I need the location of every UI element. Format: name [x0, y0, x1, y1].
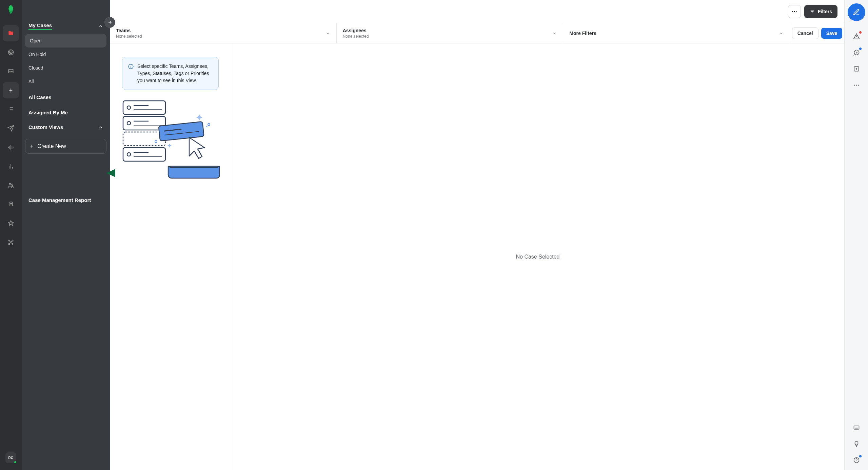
chevron-up-icon — [98, 24, 103, 29]
custom-views-header[interactable]: Custom Views — [22, 119, 110, 134]
nav-item-send[interactable] — [3, 120, 19, 136]
nav-item-analytics[interactable] — [3, 158, 19, 174]
cancel-button[interactable]: Cancel — [792, 27, 818, 39]
alerts-button[interactable] — [849, 29, 864, 43]
save-button[interactable]: Save — [821, 28, 843, 39]
svg-point-6 — [10, 204, 11, 204]
nav-item-inbox[interactable] — [3, 63, 19, 79]
filter-more-label: More Filters — [569, 31, 596, 36]
create-new-label: Create New — [37, 143, 66, 149]
sidebar-item-all-cases[interactable]: All Cases — [22, 88, 110, 104]
info-banner: Select specific Teams, Assignees, Types,… — [122, 57, 219, 90]
chevron-down-icon — [779, 31, 784, 36]
list-pane: Select specific Teams, Assignees, Types,… — [110, 43, 231, 470]
svg-point-37 — [856, 85, 857, 86]
svg-rect-25 — [123, 148, 165, 161]
svg-point-2 — [11, 52, 11, 53]
nav-item-cases[interactable] — [3, 25, 19, 41]
svg-point-7 — [11, 204, 12, 204]
nav-item-list[interactable] — [3, 101, 19, 117]
filter-teams-value: None selected — [116, 34, 142, 39]
filter-icon — [810, 9, 815, 14]
svg-rect-16 — [123, 101, 165, 114]
left-icon-rail: RG — [0, 0, 22, 470]
svg-rect-5 — [9, 202, 13, 206]
sidebar-item-all[interactable]: All — [22, 75, 110, 88]
my-cases-header[interactable]: My Cases — [22, 17, 110, 34]
info-icon — [128, 63, 134, 70]
top-toolbar: Filters — [110, 0, 844, 23]
svg-point-3 — [9, 183, 11, 185]
app-logo[interactable] — [5, 4, 16, 15]
more-apps-button[interactable] — [849, 78, 864, 92]
filter-assignees[interactable]: Assignees None selected — [337, 23, 564, 43]
svg-point-38 — [858, 85, 859, 86]
filter-teams[interactable]: Teams None selected — [110, 23, 337, 43]
sidebar-item-case-report[interactable]: Case Management Report — [22, 191, 110, 206]
nav-item-star[interactable] — [3, 215, 19, 231]
main-area: Filters Teams None selected Assignees No… — [110, 0, 844, 470]
nav-item-pinned[interactable] — [3, 82, 19, 98]
keyboard-shortcuts-button[interactable] — [849, 420, 864, 435]
svg-point-10 — [8, 243, 9, 244]
filter-assignees-value: None selected — [343, 34, 369, 39]
sidebar-item-open[interactable]: Open — [25, 34, 106, 48]
notification-dot — [859, 48, 862, 50]
user-avatar[interactable]: RG — [5, 452, 16, 463]
chevron-down-icon — [552, 31, 557, 36]
svg-point-14 — [796, 11, 797, 12]
chevron-up-icon — [98, 125, 103, 130]
svg-point-4 — [12, 184, 13, 185]
filter-assignees-label: Assignees — [343, 28, 369, 33]
notification-dot — [859, 455, 862, 457]
svg-point-34 — [155, 140, 157, 143]
empty-state-illustration — [121, 100, 220, 182]
create-new-button[interactable]: + Create New — [25, 139, 106, 154]
my-cases-title: My Cases — [28, 22, 52, 30]
no-case-selected-text: No Case Selected — [516, 254, 560, 260]
chevron-down-icon — [326, 31, 330, 36]
content-split: Select specific Teams, Assignees, Types,… — [110, 43, 844, 470]
nav-item-team[interactable] — [3, 177, 19, 193]
filter-more[interactable]: More Filters — [563, 23, 790, 43]
sidebar-collapse-button[interactable] — [104, 17, 115, 28]
filter-bar: Teams None selected Assignees None selec… — [110, 23, 844, 43]
activity-button[interactable] — [849, 45, 864, 60]
nav-item-automation[interactable] — [3, 196, 19, 212]
sidebar-item-closed[interactable]: Closed — [22, 61, 110, 75]
svg-point-11 — [12, 243, 13, 244]
filters-label: Filters — [818, 9, 832, 14]
nav-item-radar[interactable] — [3, 44, 19, 60]
help-button[interactable] — [849, 453, 864, 467]
tips-button[interactable] — [849, 437, 864, 451]
plus-icon: + — [30, 143, 33, 149]
svg-point-13 — [794, 11, 795, 12]
more-options-button[interactable] — [788, 5, 801, 18]
svg-point-9 — [12, 240, 13, 241]
svg-point-12 — [792, 11, 793, 12]
sidebar-item-assigned-by-me[interactable]: Assigned By Me — [22, 104, 110, 119]
svg-point-36 — [854, 85, 855, 86]
detail-pane: No Case Selected — [231, 43, 844, 470]
filter-actions: Cancel Save — [790, 23, 844, 43]
nav-item-network[interactable] — [3, 234, 19, 250]
svg-point-32 — [208, 124, 210, 126]
info-text: Select specific Teams, Assignees, Types,… — [137, 63, 213, 84]
sidebar-item-on-hold[interactable]: On Hold — [22, 48, 110, 61]
svg-point-8 — [8, 240, 9, 241]
presence-indicator-online — [14, 460, 17, 464]
add-note-button[interactable] — [849, 62, 864, 76]
right-icon-rail — [844, 0, 868, 470]
notification-dot — [859, 31, 862, 34]
svg-rect-39 — [854, 426, 859, 429]
cases-sidebar: My Cases Open On Hold Closed All All Cas… — [22, 0, 110, 470]
custom-views-title: Custom Views — [28, 124, 63, 130]
compose-button[interactable] — [848, 3, 865, 21]
filter-teams-label: Teams — [116, 28, 142, 33]
filters-button[interactable]: Filters — [804, 5, 837, 18]
nav-item-audio[interactable] — [3, 139, 19, 155]
avatar-initials: RG — [8, 456, 14, 460]
svg-point-33 — [206, 126, 207, 127]
